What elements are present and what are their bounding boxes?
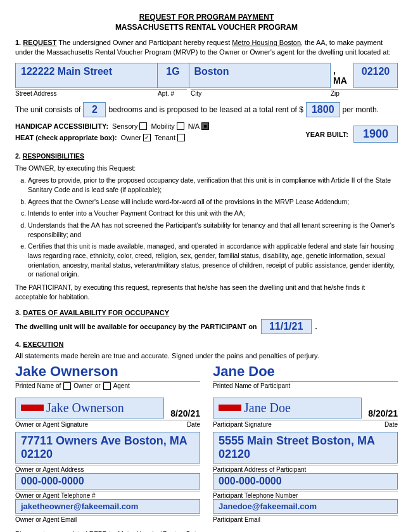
- owner-email-label: Owner or Agent Email: [15, 515, 200, 523]
- owner-heat-item[interactable]: Owner ✓: [121, 134, 151, 141]
- unit-text1: The unit consists of: [15, 105, 80, 114]
- tenant-heat-checkbox[interactable]: [177, 134, 185, 141]
- apt-label: Apt. #: [155, 89, 187, 97]
- metro-link: Metro Housing Boston: [232, 39, 301, 46]
- execution-label: EXECUTION: [23, 341, 63, 348]
- section1-number: 1.: [15, 39, 21, 46]
- state-label: , MA: [331, 63, 353, 88]
- zip-field: 02120: [353, 63, 398, 88]
- zip-label: Zip: [331, 89, 398, 97]
- owner-address-field: 77711 Owners Ave Boston, MA 02120: [15, 432, 200, 464]
- owner-sig-col: Jake Ownerson 8/20/21 Owner or Agent Sig…: [15, 398, 200, 428]
- participant-sig-box: Jane Doe: [213, 398, 362, 418]
- heat-row: HEAT (check appropriate box): Owner ✓ Te…: [15, 134, 209, 141]
- dates-section: 3. DATES OF AVAILABILITY FOR OCCUPANCY T…: [15, 309, 398, 334]
- address-row: 122222 Main Street 1G Boston , MA 02120: [15, 63, 398, 88]
- agent-name-checkbox[interactable]: [103, 382, 111, 390]
- resp-item-a: Agrees to provide, prior to the proposed…: [28, 176, 398, 194]
- signatures-row: Jake Ownerson 8/20/21 Owner or Agent Sig…: [15, 398, 398, 428]
- street-address-field: 122222 Main Street: [15, 63, 158, 88]
- dates-period: .: [315, 323, 317, 330]
- participant-address-label: Participant Address of Participant: [213, 465, 398, 473]
- contact-row: 77711 Owners Ave Boston, MA 02120 Owner …: [15, 432, 398, 523]
- owner-date-label: Date: [162, 420, 200, 428]
- participant-address-field: 5555 Main Street Boston, MA 02120: [213, 432, 398, 464]
- unit-text2: bedrooms and is proposed to be leased at…: [108, 105, 303, 114]
- participant-sig-labels: Participant Signature Date: [213, 420, 398, 428]
- responsibilities-list: Agrees to provide, prior to the proposed…: [28, 176, 398, 279]
- participant-sig-text: Jane Doe: [244, 401, 291, 415]
- owner-name-checkbox[interactable]: [63, 382, 71, 390]
- owner-sig-date: 8/20/21: [170, 408, 200, 418]
- owner-printed-label: Printed Name of Owner or Agent: [15, 381, 200, 390]
- owner-sig-image-row: Jake Ownerson 8/20/21: [15, 398, 200, 418]
- owner-phone-label: Owner or Agent Telephone #: [15, 491, 200, 499]
- participant-email-label: Participant Email: [213, 515, 398, 523]
- sensory-checkbox[interactable]: [139, 122, 147, 130]
- city-label: City: [191, 89, 331, 97]
- resp-item-b: Agrees that the Owner's Lease will inclu…: [28, 197, 398, 207]
- section2-number: 2.: [15, 152, 23, 160]
- participant-printed-col: Jane Doe Printed Name of Participant: [213, 363, 398, 394]
- resp-item-e: Certifies that this unit is made availab…: [28, 242, 398, 279]
- owner-sig-stamp: [21, 405, 44, 411]
- participant-sig-label: Participant Signature: [213, 420, 360, 428]
- dates-label: DATES OF AVAILABILITY FOR OCCUPANCY: [23, 309, 169, 316]
- participant-date-label: Date: [360, 420, 398, 428]
- city-field: Boston: [189, 63, 331, 88]
- resp-item-d: Understands that the AA has not screened…: [28, 221, 398, 239]
- mobility-label: Mobility: [151, 122, 174, 130]
- participant-phone-label: Participant Telephone Number: [213, 491, 398, 499]
- owner-printed-name: Jake Ownerson: [15, 363, 200, 380]
- address-labels-row: Street Address Apt. # City Zip: [15, 89, 398, 97]
- responsibilities-section: 2. RESPONSIBILITIES The OWNER, by execut…: [15, 152, 398, 302]
- participant-printed-label: Printed Name of Participant: [213, 381, 398, 389]
- na-label: N/A: [188, 122, 200, 130]
- responsibilities-owner-intro: The OWNER, by executing this Request:: [15, 164, 398, 173]
- resp-item-c: Intends to enter into a Voucher Payment …: [28, 209, 398, 218]
- na-checkbox-item[interactable]: N/A ■: [188, 122, 209, 130]
- intro-text1: The undersigned Owner and Participant he…: [58, 39, 232, 46]
- year-built-field: 1900: [353, 126, 398, 143]
- owner-phone-field: 000-000-0000: [15, 473, 200, 490]
- mobility-checkbox-item[interactable]: Mobility: [151, 122, 184, 130]
- owner-sig-labels: Owner or Agent Signature Date: [15, 420, 200, 428]
- page-subtitle: MASSACHUSETTS RENTAL VOUCHER PROGRAM: [15, 23, 398, 32]
- execution-text: All statements made herein are true and …: [15, 352, 398, 360]
- rent-field: 1800: [306, 102, 340, 117]
- na-checkbox[interactable]: ■: [201, 122, 209, 130]
- handicap-label: HANDICAP ACCESSIBILITY:: [15, 122, 108, 130]
- owner-heat-label: Owner: [121, 134, 141, 141]
- intro-paragraph: 1. REQUEST The undersigned Owner and Par…: [15, 38, 398, 58]
- owner-address-label: Owner or Agent Address: [15, 465, 200, 473]
- handicap-row: HANDICAP ACCESSIBILITY: Sensory Mobility…: [15, 122, 209, 130]
- owner-printed-col: Jake Ownerson Printed Name of Owner or A…: [15, 363, 200, 394]
- bedrooms-field: 2: [83, 102, 106, 117]
- participant-sig-date: 8/20/21: [368, 408, 398, 418]
- participant-sig-col: Jane Doe 8/20/21 Participant Signature D…: [213, 398, 398, 428]
- footer-section: Please return completed RFPP to: Metro H…: [15, 529, 398, 532]
- dates-inner: The dwelling unit will be available for …: [15, 319, 398, 334]
- participant-phone-field: 000-000-0000: [213, 473, 398, 490]
- owner-heat-checkbox[interactable]: ✓: [143, 134, 151, 141]
- handicap-heat-year-row: HANDICAP ACCESSIBILITY: Sensory Mobility…: [15, 122, 398, 146]
- apt-field: 1G: [158, 63, 189, 88]
- sensory-checkbox-item[interactable]: Sensory: [112, 122, 147, 130]
- owner-address-col: 77711 Owners Ave Boston, MA 02120 Owner …: [15, 432, 200, 523]
- year-built-label: YEAR BUILT:: [305, 131, 348, 138]
- participant-address-col: 5555 Main Street Boston, MA 02120 Partic…: [213, 432, 398, 523]
- owner-sig-text: Jake Ownerson: [46, 401, 124, 415]
- bedrooms-rent-row: The unit consists of 2 bedrooms and is p…: [15, 102, 398, 117]
- tenant-heat-item[interactable]: Tenant: [155, 134, 185, 141]
- participant-email-field: Janedoe@fakeemail.com: [213, 499, 398, 514]
- mobility-checkbox[interactable]: [177, 122, 184, 130]
- participant-printed-name: Jane Doe: [213, 363, 398, 380]
- printed-names-row: Jake Ownerson Printed Name of Owner or A…: [15, 363, 398, 394]
- footer-text1: Please return completed RFPP to: Metro H…: [15, 529, 398, 532]
- owner-email-field: jaketheowner@fakeemail.com: [15, 499, 200, 514]
- tenant-heat-label: Tenant: [155, 134, 175, 141]
- year-built-section: YEAR BUILT: 1900: [305, 126, 398, 143]
- owner-sig-box: Jake Ownerson: [15, 398, 164, 418]
- occupancy-date-field: 11/1/21: [261, 319, 312, 334]
- participant-sig-stamp: [219, 405, 241, 411]
